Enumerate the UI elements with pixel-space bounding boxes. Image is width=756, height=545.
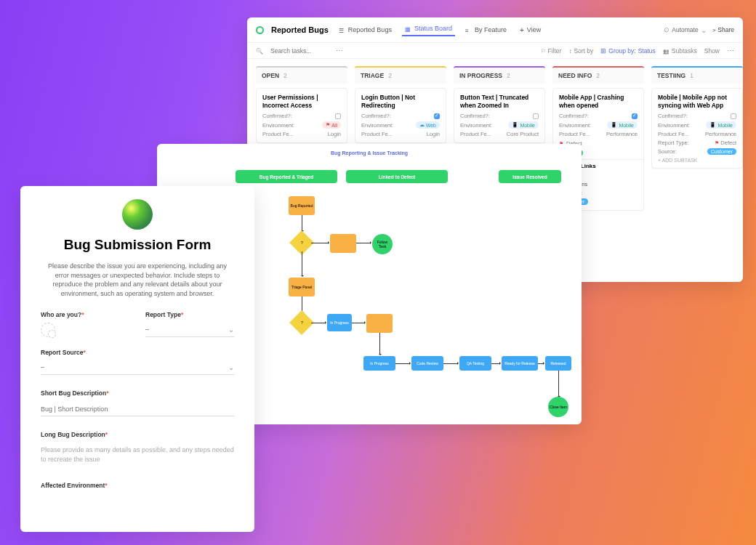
who-label: Who are you?* [41,311,129,318]
card[interactable]: Mobile | Mobile App not syncing with Web… [651,88,743,169]
flow-arrow [558,371,559,397]
flow-node-qa-testing[interactable]: QA Testing [459,356,491,371]
form-description: Please describe the issue you are experi… [41,262,234,298]
flow-arrow [352,323,365,323]
board-header: Reported Bugs Reported Bugs Status Board… [247,17,743,43]
short-desc-input[interactable] [41,403,234,416]
flow-node-inprogress[interactable]: In Progress [327,314,352,331]
chevron-down-icon [701,26,707,34]
feature-icon [465,27,472,33]
env-label: Affected Environment* [41,482,234,489]
flow-arrow [379,333,380,355]
column-header[interactable]: TESTIING 1 [651,66,743,84]
flow-arrow [302,215,302,231]
chevron-down-icon [228,363,234,371]
card-title: Mobile App | Crashing when opened [559,94,638,109]
flow-arrow [491,363,500,364]
flow-node-triage[interactable]: Triage Panel [289,278,315,296]
flow-arrow [443,363,458,364]
checkbox[interactable] [731,113,736,119]
form-panel: Bug Submission Form Please describe the … [20,186,254,532]
flag-icon [326,122,330,128]
card[interactable]: Button Text | Truncated when Zoomed In C… [454,88,545,143]
flow-node-released[interactable]: Released [545,356,571,371]
chevron-down-icon [228,326,234,334]
tab-reported-bugs[interactable]: Reported Bugs [336,25,395,35]
flow-node-orange-2[interactable] [330,234,356,253]
checkbox[interactable] [533,113,539,119]
report-source-select[interactable]: – [41,360,234,375]
add-subtask-button[interactable]: + ADD SUBTASK [658,158,736,163]
flow-node-inprogress-2[interactable]: In Progress [363,356,395,371]
card-title: Login Button | Not Redirecting [361,94,440,109]
column-header[interactable]: TRIAGE 2 [355,66,446,84]
who-avatar-picker[interactable] [41,323,55,337]
flow-title: Bug Reporting & Issue Tracking [331,150,408,156]
checkbox-checked[interactable] [434,113,440,119]
checkbox-checked[interactable] [632,113,638,119]
plus-icon [520,26,524,34]
column-header[interactable]: NEED INFO 2 [552,66,644,84]
tab-add-view[interactable]: View [517,25,544,36]
flag-icon [715,140,719,146]
board-title: Reported Bugs [271,25,329,34]
flow-node-orange-3[interactable] [366,314,393,333]
flow-arrow [302,251,302,276]
report-type-label: Report Type* [145,311,234,318]
flow-arrow [311,243,329,243]
sort-button[interactable]: Sort by [568,47,593,54]
flow-arrow [395,363,410,364]
flow-arrow [356,243,371,243]
form-title: Bug Submission Form [41,237,234,253]
column-header[interactable]: OPEN 2 [256,66,347,84]
search-input[interactable] [270,47,329,54]
card[interactable]: Login Button | Not Redirecting Confirmed… [355,88,446,143]
long-desc-label: Long Bug Description* [41,431,234,438]
flow-arrow [538,363,544,364]
flow-node-reported[interactable]: Bug Reported [289,196,315,215]
flow-arrow [311,323,326,323]
search-icon [256,47,263,54]
long-desc-input[interactable]: Please provide as many details as possib… [41,443,234,467]
card[interactable]: User Permissions | Incorrect Access Conf… [256,88,347,143]
flow-banner-2: Linked to Defect [346,170,448,183]
automate-button[interactable]: Automate [664,26,706,34]
subtasks-icon [663,47,669,54]
board-icon [405,25,411,32]
filter-icon [541,47,546,54]
tab-status-board[interactable]: Status Board [402,23,455,36]
flow-node-code-review[interactable]: Code Review [411,356,443,371]
flow-node-close[interactable]: Close Item [548,397,568,417]
checkbox[interactable] [335,113,341,119]
filter-button[interactable]: Filter [541,47,562,54]
board-toolbar: Filter Sort by ⊞ Group by: Status Subtas… [247,43,743,59]
tab-by-feature[interactable]: By Feature [462,25,510,35]
status-circle-icon [256,26,264,34]
share-icon [712,26,716,33]
flow-node-ready-release[interactable]: Ready for Release [502,356,538,371]
short-desc-label: Short Bug Description* [41,389,234,397]
list-icon [339,27,345,33]
column-testing: TESTIING 1 Mobile | Mobile App not synci… [651,66,743,275]
flow-node-decision-2[interactable]: ? [289,310,314,335]
search-more-icon[interactable] [336,47,343,54]
show-button[interactable]: Show [704,47,720,54]
group-by-button[interactable]: ⊞ Group by: Status [600,47,655,54]
flow-banner-3: Issue Resolved [499,170,561,183]
card-title: User Permissions | Incorrect Access [262,94,341,109]
subtasks-button[interactable]: Subtasks [663,47,697,54]
column-header[interactable]: IN PROGRESS 2 [454,66,545,84]
report-type-select[interactable]: – [145,323,234,337]
toolbar-more-icon[interactable] [727,47,734,54]
card-title: Button Text | Truncated when Zoomed In [460,94,539,109]
robot-icon [664,26,669,33]
flow-node-followup[interactable]: Follow Task [372,234,393,254]
report-source-label: Report Source* [41,349,234,356]
share-button[interactable]: Share [712,26,734,33]
sort-icon [568,47,571,54]
flow-banner-1: Bug Reported & Triaged [236,170,337,183]
form-avatar [122,199,153,230]
card-title: Mobile | Mobile App not syncing with Web… [658,94,736,109]
